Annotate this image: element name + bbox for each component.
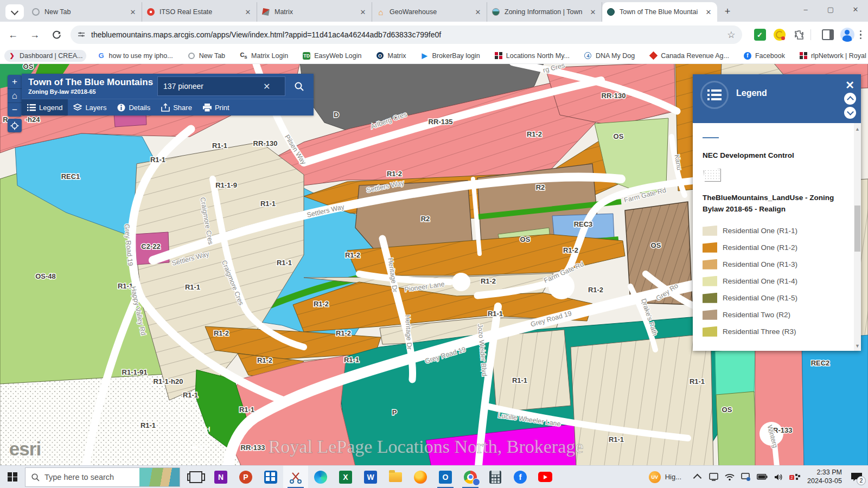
bookmark-8[interactable]: Locations North My... bbox=[491, 50, 573, 62]
map-search-box[interactable]: ✕ bbox=[157, 76, 285, 96]
taskbar-app-powerpoint[interactable]: P bbox=[233, 466, 258, 488]
scroll-up-icon[interactable]: ▲ bbox=[854, 126, 860, 132]
tab-search-button[interactable] bbox=[5, 4, 24, 20]
taskbar-app-edge[interactable] bbox=[308, 466, 333, 488]
search-button[interactable] bbox=[289, 76, 309, 96]
site-settings-icon[interactable] bbox=[77, 30, 86, 39]
notification-center-button[interactable]: 2 bbox=[847, 466, 866, 488]
taskbar-app-snipping-tool[interactable] bbox=[283, 466, 308, 488]
scroll-down-icon[interactable]: ▼ bbox=[854, 343, 860, 349]
map-tool-print[interactable]: Print bbox=[197, 99, 235, 115]
maximize-button[interactable]: ▢ bbox=[818, 0, 843, 18]
browser-tab-4[interactable]: ⌂GeoWarehouse✕ bbox=[372, 2, 487, 22]
scrollbar-thumb[interactable] bbox=[854, 206, 860, 252]
taskbar-app-facebook[interactable]: f bbox=[508, 466, 533, 488]
battery-icon[interactable] bbox=[756, 466, 769, 488]
tablet-icon[interactable] bbox=[707, 466, 720, 488]
bookmark-6[interactable]: OMatrix bbox=[372, 50, 409, 62]
profile-avatar[interactable] bbox=[840, 28, 854, 42]
browser-tab-3[interactable]: Matrix✕ bbox=[257, 2, 372, 22]
map-title: Town of The Blue Mountains bbox=[28, 78, 153, 88]
taskbar-app-youtube[interactable] bbox=[533, 466, 558, 488]
locate-button[interactable] bbox=[8, 119, 22, 132]
zoom-in-button[interactable]: + bbox=[8, 75, 22, 89]
map-tool-share[interactable]: Share bbox=[156, 99, 197, 115]
tray-app-label[interactable]: Hig... bbox=[665, 473, 681, 481]
map-tool-legend[interactable]: Legend bbox=[22, 99, 68, 115]
legend-item-label: Residential One (R1-3) bbox=[723, 260, 797, 268]
tab-close-button[interactable]: ✕ bbox=[129, 8, 137, 16]
bookmark-3[interactable]: New Tab bbox=[184, 50, 228, 62]
address-bar[interactable]: thebluemountains.maps.arcgis.com/apps/Vi… bbox=[71, 25, 742, 44]
taskbar-app-task-view[interactable] bbox=[183, 466, 208, 488]
bookmark-10[interactable]: Canada Revenue Ag... bbox=[646, 50, 732, 62]
legend-panel-body[interactable]: NEC Development Control TheBlueMountains… bbox=[693, 123, 861, 351]
tab-close-button[interactable]: ✕ bbox=[359, 8, 367, 16]
extension-yellow[interactable] bbox=[773, 28, 787, 42]
browser-menu-button[interactable] bbox=[860, 30, 862, 40]
bookmark-2[interactable]: Ghow to use my ipho... bbox=[94, 50, 176, 62]
home-button[interactable]: ⌂ bbox=[8, 89, 22, 103]
red-app-icon[interactable]: 2 bbox=[788, 466, 801, 488]
taskbar-app-file-explorer[interactable] bbox=[383, 466, 408, 488]
taskbar-clock[interactable]: 2:33 PM 2024-03-05 bbox=[807, 468, 842, 485]
browser-tab-5[interactable]: Zoning Information | Town✕ bbox=[487, 2, 602, 22]
map-tool-layers[interactable]: Layers bbox=[68, 99, 112, 115]
uv-tray-icon[interactable]: UV bbox=[649, 471, 661, 483]
legend-swatch bbox=[703, 310, 717, 320]
map-label-zone-16: R1-2 bbox=[387, 170, 402, 178]
close-button[interactable]: ✕ bbox=[843, 0, 868, 18]
minimize-button[interactable]: – bbox=[793, 0, 818, 18]
clear-search-icon[interactable]: ✕ bbox=[263, 81, 270, 92]
new-tab-button[interactable]: + bbox=[720, 4, 735, 18]
extensions-menu[interactable] bbox=[792, 28, 806, 42]
browser-tab-1[interactable]: New Tab✕ bbox=[27, 2, 142, 22]
bookmark-9[interactable]: 4DNA My Dog bbox=[580, 50, 638, 62]
taskbar-app-calculator[interactable] bbox=[483, 466, 508, 488]
bookmark-label: Locations North My... bbox=[506, 52, 570, 60]
extension-adblock[interactable]: ✓ bbox=[753, 28, 767, 42]
map-label-zone-31: R1-1 bbox=[488, 310, 503, 318]
tab-close-button[interactable]: ✕ bbox=[704, 8, 713, 16]
zoom-out-button[interactable]: − bbox=[8, 103, 22, 117]
chevron-up-icon[interactable] bbox=[691, 466, 704, 488]
browser-tab-6[interactable]: Town of The Blue Mountai✕ bbox=[602, 2, 717, 22]
browser-tab-2[interactable]: ITSO Real Estate✕ bbox=[142, 2, 257, 22]
bookmark-7[interactable]: ▶BrokerBay login bbox=[417, 50, 483, 62]
bookmark-1[interactable]: ❯Dashboard | CREA... bbox=[4, 50, 86, 62]
taskbar-app-word[interactable]: W bbox=[358, 466, 383, 488]
taskbar-search[interactable]: Type here to search bbox=[25, 467, 180, 487]
wifi-icon[interactable] bbox=[723, 466, 736, 488]
legend-scrollbar[interactable]: ▲ ▼ bbox=[854, 123, 861, 351]
taskbar-app-microsoft-store[interactable] bbox=[258, 466, 283, 488]
legend-nec-title: NEC Development Control bbox=[703, 150, 847, 161]
forward-button[interactable]: → bbox=[26, 26, 43, 43]
bookmark-12[interactable]: rlpNetwork | Royal L... bbox=[796, 50, 868, 62]
refresh-button[interactable] bbox=[48, 26, 65, 43]
tab-close-button[interactable]: ✕ bbox=[474, 8, 482, 16]
bookmark-5[interactable]: TDEasyWeb Login bbox=[299, 50, 365, 62]
taskbar-app-outlook[interactable]: O bbox=[433, 466, 458, 488]
legend-close-button[interactable]: ✕ bbox=[845, 79, 854, 92]
map-viewport[interactable]: OSR-h24C2-21R1-1RR-130R1-1R1-1-9R1-1REC1… bbox=[0, 64, 868, 465]
tab-close-button[interactable]: ✕ bbox=[589, 8, 597, 16]
back-button[interactable]: ← bbox=[4, 26, 22, 43]
taskbar-app-firefox[interactable] bbox=[408, 466, 433, 488]
map-search-input[interactable] bbox=[162, 81, 261, 91]
legend-next-button[interactable] bbox=[844, 107, 856, 119]
tab-close-button[interactable]: ✕ bbox=[244, 8, 252, 16]
taskbar-app-onenote[interactable]: N bbox=[208, 466, 233, 488]
map-tool-details[interactable]: Details bbox=[112, 99, 156, 115]
start-button[interactable] bbox=[0, 466, 25, 488]
volume-icon[interactable] bbox=[772, 466, 785, 488]
url-text[interactable]: thebluemountains.maps.arcgis.com/apps/Vi… bbox=[91, 30, 723, 39]
cast-icon[interactable] bbox=[739, 466, 752, 488]
taskbar-app-excel[interactable]: X bbox=[333, 466, 358, 488]
bookmark-4[interactable]: CSMatrix Login bbox=[236, 50, 291, 62]
bookmark-star-icon[interactable]: ☆ bbox=[727, 29, 735, 41]
bookmark-11[interactable]: fFacebook bbox=[740, 50, 788, 62]
taskbar-app-chrome[interactable] bbox=[458, 466, 483, 488]
search-highlight-image[interactable] bbox=[139, 468, 180, 486]
side-panel-button[interactable] bbox=[821, 28, 835, 42]
legend-collapse-button[interactable] bbox=[844, 93, 856, 105]
